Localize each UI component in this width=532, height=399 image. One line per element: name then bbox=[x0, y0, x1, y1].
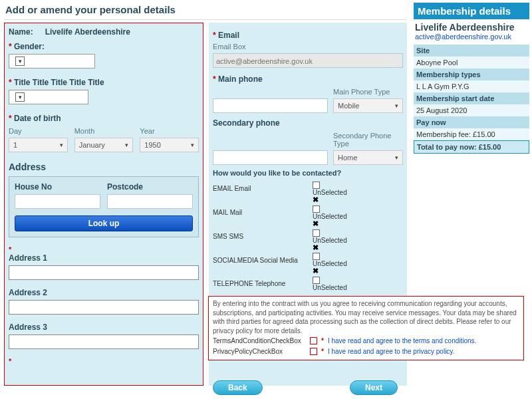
next-button[interactable]: Next bbox=[350, 380, 398, 395]
terms-checkbox[interactable] bbox=[310, 337, 317, 344]
gender-select[interactable]: ▾ bbox=[9, 54, 95, 68]
start-value: 25 August 2020 bbox=[414, 104, 529, 116]
privacy-link[interactable]: I have read and agree to the privacy pol… bbox=[328, 347, 454, 356]
contact-question: How would you like to be contacted? bbox=[213, 169, 403, 177]
contact-sms-checkbox[interactable] bbox=[313, 229, 320, 237]
postcode-label: Postcode bbox=[107, 182, 193, 192]
membership-name: Livelife Aberdeenshire bbox=[414, 19, 529, 33]
address2-input[interactable] bbox=[9, 300, 199, 315]
title-label: Title Title Title Title Title bbox=[14, 78, 104, 87]
main-phone-label: Main phone bbox=[218, 74, 263, 84]
main-phone-type-label: Main Phone Type bbox=[333, 88, 403, 96]
site-value: Aboyne Pool bbox=[414, 57, 529, 68]
chevron-down-icon: ▾ bbox=[395, 154, 398, 161]
chevron-down-icon: ▾ bbox=[60, 142, 63, 148]
start-label: Membership start date bbox=[414, 92, 529, 104]
membership-email[interactable]: active@aberdeenshire.gov.uk bbox=[414, 33, 529, 45]
chevron-down-icon: ▾ bbox=[125, 142, 128, 148]
main-phone-type-select[interactable]: Mobile▾ bbox=[333, 98, 403, 113]
fee-label: Membership fee: £15.00 bbox=[414, 128, 529, 140]
page-title: Add or amend your personal details bbox=[4, 3, 407, 20]
contact-option-social: SOCIALMEDIA Social Media bbox=[213, 253, 313, 264]
chevron-down-icon: ▾ bbox=[15, 57, 25, 66]
contact-social-checkbox[interactable] bbox=[313, 253, 320, 260]
privacy-checkbox[interactable] bbox=[310, 348, 317, 355]
chevron-down-icon: ▾ bbox=[191, 142, 194, 148]
types-value: L L A Gym P.Y.G bbox=[414, 80, 529, 92]
policy-box: By entering into the contract with us yo… bbox=[208, 296, 524, 360]
total-label: Total to pay now: £15.00 bbox=[414, 140, 529, 154]
contact-option-email: EMAIL Email bbox=[213, 181, 313, 192]
dob-label: Date of birth bbox=[14, 114, 61, 123]
terms-link[interactable]: I have read and agree to the terms and c… bbox=[328, 336, 476, 346]
gender-label: Gender: bbox=[14, 42, 45, 51]
contact-mail-checkbox[interactable] bbox=[313, 205, 320, 213]
secondary-phone-type-label: Secondary Phone Type bbox=[333, 132, 403, 148]
personal-details-panel: Name: Livelife Aberdeenshire * Gender: ▾… bbox=[4, 23, 203, 386]
close-icon[interactable]: ✖ bbox=[313, 219, 319, 227]
address-lookup-box: House No Postcode Look up bbox=[9, 176, 199, 237]
site-label: Site bbox=[414, 45, 529, 57]
contact-preferences: How would you like to be contacted? EMAI… bbox=[213, 169, 403, 295]
address3-label: Address 3 bbox=[9, 323, 47, 332]
terms-checkbox-label: TermsAndConditionCheckBox bbox=[213, 336, 306, 346]
close-icon[interactable]: ✖ bbox=[313, 196, 319, 203]
pay-label: Pay now bbox=[414, 116, 529, 128]
lookup-button[interactable]: Look up bbox=[15, 215, 193, 231]
contact-option-telephone: TELEPHONE Telephone bbox=[213, 276, 313, 287]
title-select[interactable]: ▾ bbox=[9, 90, 88, 104]
close-icon[interactable]: ✖ bbox=[313, 243, 319, 251]
types-label: Membership types bbox=[414, 68, 529, 80]
chevron-down-icon: ▾ bbox=[395, 102, 398, 109]
policy-text: By entering into the contract with us yo… bbox=[213, 299, 519, 335]
contact-option-mail: MAIL Mail bbox=[213, 205, 313, 216]
address2-label: Address 2 bbox=[9, 288, 47, 297]
dob-day-select[interactable]: 1▾ bbox=[9, 138, 68, 152]
name-label: Name: bbox=[9, 27, 33, 37]
house-no-input[interactable] bbox=[15, 194, 100, 209]
dob-month-label: Month bbox=[74, 127, 134, 135]
address1-input[interactable] bbox=[9, 265, 199, 280]
name-value: Livelife Aberdeenshire bbox=[45, 27, 130, 37]
membership-header: Membership details bbox=[414, 3, 529, 19]
secondary-phone-type-select[interactable]: Home▾ bbox=[333, 150, 403, 165]
privacy-checkbox-label: PrivacyPolicyCheckBox bbox=[213, 347, 306, 356]
email-input: active@aberdeenshire.gov.uk bbox=[213, 53, 403, 68]
contact-email-checkbox[interactable] bbox=[313, 182, 320, 189]
address1-label: Address 1 bbox=[9, 253, 47, 263]
secondary-phone-input[interactable] bbox=[213, 150, 328, 165]
dob-month-select[interactable]: January▾ bbox=[74, 138, 134, 152]
dob-year-select[interactable]: 1950▾ bbox=[140, 138, 199, 152]
address3-input[interactable] bbox=[9, 334, 199, 349]
email-box-label: Email Box bbox=[213, 43, 403, 51]
secondary-phone-label: Secondary phone bbox=[213, 118, 280, 128]
address-heading: Address bbox=[9, 162, 199, 172]
contact-telephone-checkbox[interactable] bbox=[313, 277, 320, 284]
postcode-input[interactable] bbox=[107, 194, 193, 209]
email-label: Email bbox=[218, 31, 239, 40]
house-no-label: House No bbox=[15, 182, 100, 192]
dob-day-label: Day bbox=[9, 127, 68, 135]
chevron-down-icon: ▾ bbox=[15, 92, 25, 102]
back-button[interactable]: Back bbox=[213, 380, 263, 395]
close-icon[interactable]: ✖ bbox=[313, 267, 319, 275]
dob-year-label: Year bbox=[140, 127, 199, 135]
main-phone-input[interactable] bbox=[213, 98, 328, 113]
contact-option-sms: SMS SMS bbox=[213, 229, 313, 240]
